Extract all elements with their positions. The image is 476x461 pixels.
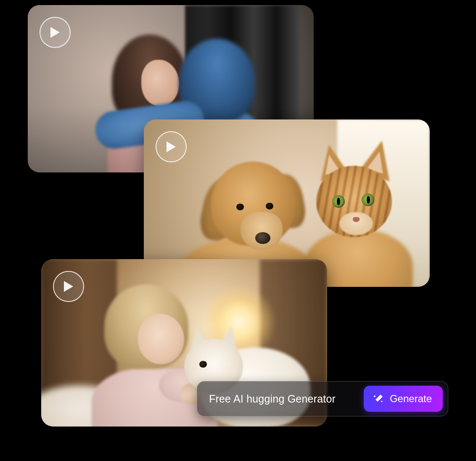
play-icon <box>63 280 74 293</box>
play-button[interactable] <box>40 17 71 48</box>
generate-button-label: Generate <box>390 393 432 405</box>
prompt-label: Free AI hugging Generator <box>209 393 357 405</box>
play-icon <box>49 26 61 39</box>
play-button[interactable] <box>53 271 84 302</box>
play-button[interactable] <box>156 131 187 162</box>
generate-button[interactable]: Generate <box>364 386 443 412</box>
prompt-bar: Free AI hugging Generator Generate <box>197 381 448 416</box>
play-icon <box>165 140 177 153</box>
magic-wand-icon <box>373 393 384 404</box>
